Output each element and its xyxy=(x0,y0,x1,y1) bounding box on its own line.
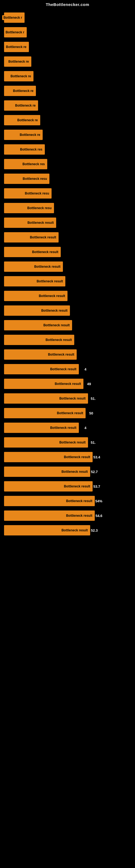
bar-label: Bottleneck result xyxy=(49,425,78,430)
bar-container: Bottleneck result xyxy=(4,291,132,301)
bar-row: Bottleneck resu xyxy=(3,201,132,215)
bar-label: Bottleneck result xyxy=(29,235,57,240)
bar-container: Bottleneck re xyxy=(4,130,132,140)
bar-container: Bottleneck result xyxy=(4,320,132,330)
bar-label: Bottleneck result xyxy=(26,220,55,225)
bar-label: Bottleneck re xyxy=(9,74,32,79)
bar-row: Bottleneck re xyxy=(3,84,132,98)
bar-label: Bottleneck resu xyxy=(24,191,50,196)
bar-fill: Bottleneck result 53.4 xyxy=(4,452,93,462)
bar-row: Bottleneck result 4 xyxy=(3,421,132,435)
bar-label: Bottleneck result xyxy=(63,455,92,460)
bar-value: 49 xyxy=(87,382,91,386)
bar-container: Bottleneck result 54.6 xyxy=(4,510,132,521)
bar-container: Bottleneck resu xyxy=(4,174,132,184)
bar-fill: Bottleneck re xyxy=(4,56,31,67)
bar-row: Bottleneck result xyxy=(3,216,132,230)
bar-container: Bottleneck result 4 xyxy=(4,364,132,374)
bar-label: Bottleneck result xyxy=(56,411,85,415)
bar-container: Bottleneck r xyxy=(4,12,132,23)
bar-container: Bottleneck result xyxy=(4,305,132,316)
bar-container: Bottleneck result xyxy=(4,261,132,272)
bar-fill: Bottleneck re xyxy=(4,42,29,52)
bar-fill: Bottleneck result xyxy=(4,261,63,272)
bar-fill: Bottleneck result xyxy=(4,320,72,330)
bar-container: Bottleneck re xyxy=(4,56,132,67)
bar-row: Bottleneck resu xyxy=(3,172,132,186)
bar-fill: Bottleneck result 50 xyxy=(4,408,86,418)
bar-value: 53.4 xyxy=(93,455,100,459)
bar-container: Bottleneck r xyxy=(4,27,132,37)
bar-label: Bottleneck r xyxy=(4,30,26,35)
bar-fill: Bottleneck result 53.7 xyxy=(4,481,93,492)
bar-label: Bottleneck result xyxy=(65,499,94,503)
bar-label: Bottleneck result xyxy=(44,337,73,342)
bar-fill: Bottleneck result 52.7 xyxy=(4,467,90,477)
bar-container: Bottleneck result 51. xyxy=(4,437,132,447)
bar-fill: Bottleneck result 4 xyxy=(4,364,79,374)
bar-row: Bottleneck result 51. xyxy=(3,435,132,450)
bar-container: Bottleneck re xyxy=(4,100,132,111)
bar-value: 51. xyxy=(91,440,96,444)
bar-container: Bottleneck result 52.7 xyxy=(4,467,132,477)
bar-label: Bottleneck result xyxy=(60,528,89,533)
bar-label: Bottleneck result xyxy=(47,352,76,357)
bar-row: Bottleneck re xyxy=(3,128,132,142)
bar-fill: Bottleneck result xyxy=(4,335,74,345)
site-title: TheBottlenecker.com xyxy=(0,0,135,8)
bar-fill: Bottleneck result xyxy=(4,218,56,228)
bar-container: Bottleneck result 50 xyxy=(4,408,132,418)
bar-row: Bottleneck re xyxy=(3,55,132,69)
bar-fill: Bottleneck res xyxy=(4,144,45,155)
header: TheBottlenecker.com xyxy=(0,0,135,8)
bar-row: Bottleneck re xyxy=(3,40,132,54)
bar-row: Bottleneck result 54% xyxy=(3,494,132,508)
bar-row: Bottleneck r xyxy=(3,10,132,25)
bar-fill: Bottleneck result 4 xyxy=(4,423,79,433)
bar-fill: Bottleneck result xyxy=(4,349,77,360)
bar-label: Bottleneck resu xyxy=(26,206,53,211)
bar-row: Bottleneck re xyxy=(3,113,132,127)
bar-container: Bottleneck res xyxy=(4,159,132,169)
bar-row: Bottleneck res xyxy=(3,157,132,171)
bar-container: Bottleneck result 49 xyxy=(4,379,132,389)
bar-label: Bottleneck result xyxy=(40,308,69,313)
bar-row: Bottleneck result 52.3 xyxy=(3,523,132,537)
bar-row: Bottleneck r xyxy=(3,25,132,39)
bar-fill: Bottleneck result xyxy=(4,305,70,316)
bar-row: Bottleneck re xyxy=(3,69,132,83)
bar-label: Bottleneck result xyxy=(58,396,87,401)
bar-row: Bottleneck result 53.7 xyxy=(3,479,132,493)
bar-fill: Bottleneck result xyxy=(4,291,68,301)
bar-fill: Bottleneck result 54.6 xyxy=(4,510,95,521)
bar-fill: Bottleneck resu xyxy=(4,203,54,213)
bar-fill: Bottleneck result 52.3 xyxy=(4,525,90,535)
bar-value: 53.7 xyxy=(93,485,100,489)
bar-row: Bottleneck resu xyxy=(3,186,132,200)
bar-label: Bottleneck result xyxy=(65,513,94,518)
bar-value: 54% xyxy=(95,499,102,503)
bar-container: Bottleneck result xyxy=(4,276,132,286)
bar-row: Bottleneck result xyxy=(3,333,132,347)
bar-fill: Bottleneck result 51. xyxy=(4,393,88,404)
bar-container: Bottleneck re xyxy=(4,115,132,125)
bar-fill: Bottleneck result xyxy=(4,247,61,257)
bar-fill: Bottleneck r xyxy=(4,12,25,23)
bar-row: Bottleneck result 53.4 xyxy=(3,450,132,464)
bar-row: Bottleneck result 50 xyxy=(3,406,132,420)
bar-row: Bottleneck result xyxy=(3,274,132,288)
bar-container: Bottleneck result 4 xyxy=(4,423,132,433)
bar-label: Bottleneck result xyxy=(31,250,60,254)
bar-fill: Bottleneck res xyxy=(4,159,47,169)
bar-fill: Bottleneck resu xyxy=(4,174,49,184)
bar-value: 4 xyxy=(85,367,86,371)
bar-label: Bottleneck result xyxy=(60,469,89,474)
bar-fill: Bottleneck r xyxy=(4,27,27,37)
bar-row: Bottleneck result xyxy=(3,318,132,332)
bar-value: 52.7 xyxy=(91,470,98,474)
bar-row: Bottleneck result 54.6 xyxy=(3,508,132,523)
bar-row: Bottleneck result xyxy=(3,230,132,244)
bar-label: Bottleneck re xyxy=(16,118,39,123)
bar-fill: Bottleneck re xyxy=(4,71,34,82)
bar-row: Bottleneck re xyxy=(3,98,132,113)
